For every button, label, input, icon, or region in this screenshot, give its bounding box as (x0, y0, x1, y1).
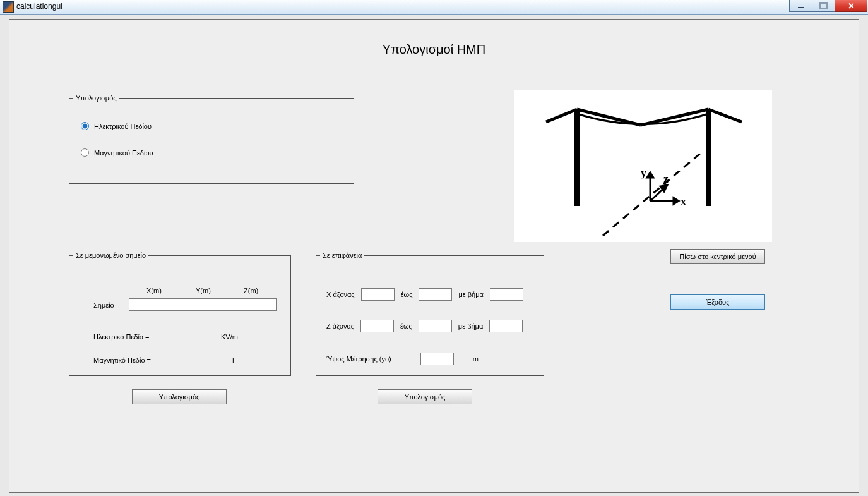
surface-y0-row: Ύψος Μέτρησης (yo) m (326, 353, 479, 365)
surface-legend: Σε επιφάνεια (320, 251, 364, 259)
label-electric-field: Ηλεκτρικό Πεδίο = (93, 333, 149, 341)
radio-magnetic-field[interactable]: Μαγνητικού Πεδίου (81, 148, 153, 157)
close-button[interactable]: ✕ (835, 0, 867, 12)
label-magnetic-field: Μαγνητικό Πεδίο = (93, 356, 151, 364)
axis-label-y: y (641, 167, 646, 179)
svg-marker-4 (674, 198, 679, 204)
radio-magnetic-label: Μαγνητικού Πεδίου (94, 149, 153, 157)
single-point-legend: Σε μεμονωμένο σημείο (73, 251, 148, 259)
input-point-y[interactable] (177, 298, 229, 311)
svg-marker-6 (647, 172, 653, 178)
window-titlebar: calculationgui ✕ (0, 0, 868, 15)
header-x: X(m) (146, 287, 162, 294)
input-z-from[interactable] (360, 320, 394, 332)
result-magnetic-row: Μαγνητικό Πεδίο = T (93, 356, 151, 364)
input-x-to[interactable] (419, 288, 452, 301)
label-x-axis: Χ άξονας (326, 291, 355, 298)
transmission-line-diagram: x y z (514, 90, 772, 242)
unit-electric-field: KV/m (221, 333, 238, 341)
svg-rect-0 (574, 111, 580, 206)
app-icon (3, 1, 14, 13)
result-electric-row: Ηλεκτρικό Πεδίο = KV/m (93, 333, 149, 341)
label-point: Σημείο (93, 301, 114, 309)
calculate-surface-button[interactable]: Υπολογισμός (378, 389, 472, 404)
input-y0[interactable] (420, 353, 454, 365)
radio-electric-input[interactable] (81, 122, 89, 130)
input-x-from[interactable] (361, 288, 395, 301)
label-y0: Ύψος Μέτρησης (yo) (326, 355, 391, 363)
surface-z-row: Ζ άξονας έως με βήμα (326, 320, 523, 332)
label-z-step: με βήμα (458, 322, 483, 330)
input-z-to[interactable] (419, 320, 452, 332)
back-to-main-menu-button[interactable]: Πίσω στο κεντρικό μενού (670, 249, 765, 264)
input-z-step[interactable] (489, 320, 523, 332)
radio-electric-field[interactable]: Ηλεκτρικού Πεδίου (81, 122, 152, 130)
maximize-button[interactable] (812, 0, 835, 12)
svg-rect-1 (706, 111, 711, 206)
calculation-type-legend: Υπολογισμός (73, 94, 119, 102)
surface-x-row: Χ άξονας έως με βήμα (326, 288, 523, 301)
label-z-to: έως (400, 322, 412, 330)
window-title: calculationgui (16, 2, 62, 11)
radio-magnetic-input[interactable] (81, 148, 89, 157)
figure-canvas: Υπολογισμοί ΗΜΠ Υπολογισμός Ηλεκτρικού Π… (9, 19, 859, 493)
single-point-group: Σε μεμονωμένο σημείο X(m) Y(m) Z(m) Σημε… (69, 251, 291, 376)
input-x-step[interactable] (490, 288, 523, 301)
radio-electric-label: Ηλεκτρικού Πεδίου (94, 123, 152, 130)
svg-line-2 (603, 150, 704, 236)
unit-magnetic-field: T (231, 356, 235, 364)
axis-label-x: x (681, 195, 686, 208)
exit-button[interactable]: Έξοδος (670, 294, 765, 310)
input-point-x[interactable] (129, 298, 181, 311)
page-title: Υπολογισμοί ΗΜΠ (9, 42, 859, 57)
minimize-button[interactable] (789, 0, 812, 12)
calculate-point-button[interactable]: Υπολογισμός (132, 389, 227, 404)
label-x-to: έως (401, 291, 413, 298)
input-point-z[interactable] (225, 298, 277, 311)
unit-y0: m (473, 355, 479, 363)
label-z-axis: Ζ άξονας (326, 322, 354, 330)
surface-group: Σε επιφάνεια Χ άξονας έως με βήμα Ζ άξον… (316, 251, 544, 376)
axis-label-z: z (663, 172, 669, 185)
calculation-type-group: Υπολογισμός Ηλεκτρικού Πεδίου Μαγνητικού… (69, 94, 354, 184)
label-x-step: με βήμα (458, 291, 483, 298)
header-y: Y(m) (196, 287, 211, 294)
header-z: Z(m) (244, 287, 258, 294)
